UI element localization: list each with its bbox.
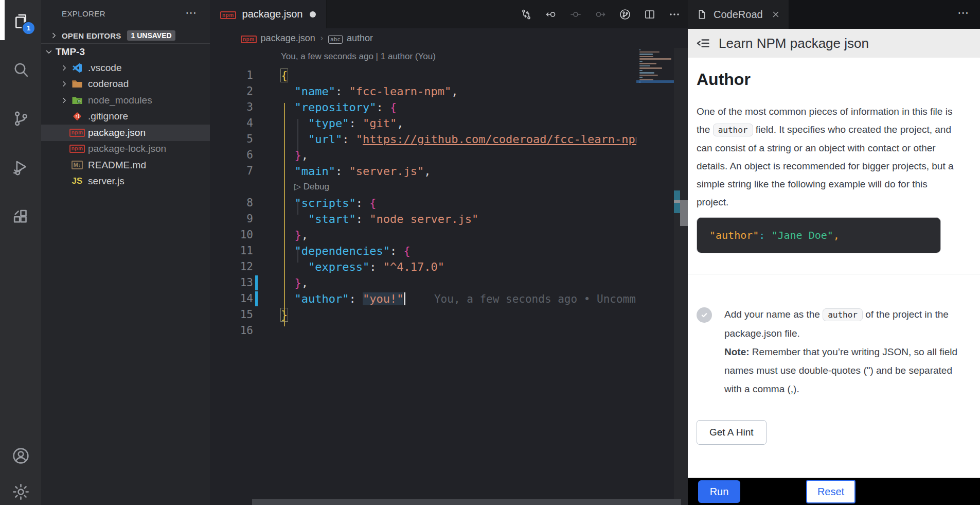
breadcrumb-symbol-author[interactable]: abc author bbox=[328, 33, 373, 44]
debug-codelens[interactable]: ▷ Debug bbox=[294, 181, 329, 192]
npm-icon: npm bbox=[70, 143, 84, 155]
tree-item-README.md[interactable]: M↓README.md bbox=[41, 157, 210, 173]
codelens-authors[interactable]: You, a few seconds ago | 1 author (You) bbox=[281, 51, 436, 62]
settings-icon bbox=[11, 482, 30, 501]
reset-button[interactable]: Reset bbox=[806, 480, 856, 503]
git-icon bbox=[70, 110, 84, 123]
panel-more-actions[interactable]: ⋯ bbox=[957, 6, 969, 20]
open-editors-label: OPEN EDITORS bbox=[62, 31, 121, 40]
code-line[interactable]: 11 "dependencies": { bbox=[210, 243, 636, 259]
explorer-sidebar: EXPLORER ⋯ OPEN EDITORS 1 UNSAVED TMP-3 … bbox=[41, 0, 210, 505]
line-content: "dependencies": { bbox=[281, 243, 411, 259]
activity-search-button[interactable] bbox=[0, 49, 41, 90]
line-content: "start": "node server.js" bbox=[281, 211, 478, 227]
account-icon bbox=[11, 446, 30, 465]
tree-item-server.js[interactable]: JSserver.js bbox=[41, 173, 210, 190]
search-icon bbox=[11, 60, 30, 79]
unsaved-dot-icon[interactable] bbox=[310, 11, 316, 18]
code-line[interactable]: 9 "start": "node server.js" bbox=[210, 211, 636, 227]
breadcrumb-separator: › bbox=[320, 33, 323, 43]
code-lines[interactable]: 1{2 "name": "fcc-learn-npm",3 "repositor… bbox=[210, 67, 636, 339]
code-line[interactable]: 8 "scripts": { bbox=[210, 195, 636, 211]
activity-settings-button[interactable] bbox=[0, 472, 41, 505]
line-number: 13 bbox=[210, 275, 253, 291]
line-content: "author": "you!"You, a few seconds ago •… bbox=[281, 291, 636, 307]
split-editor-icon[interactable] bbox=[644, 8, 656, 21]
activity-run-debug-button[interactable] bbox=[0, 147, 41, 187]
bracket-guide bbox=[284, 103, 285, 326]
code-line[interactable]: 12 "express": "^4.17.0" bbox=[210, 259, 636, 275]
tree-item-package.json[interactable]: npmpackage.json bbox=[41, 125, 210, 141]
code-line[interactable]: 16 bbox=[210, 323, 636, 339]
activity-extensions-button[interactable] bbox=[0, 196, 41, 236]
inline-blame: You, a few seconds ago • Uncomm bbox=[434, 293, 636, 305]
document-icon bbox=[696, 9, 707, 20]
tree-item-label: .vscode bbox=[88, 62, 121, 74]
chevron-down-icon bbox=[44, 47, 54, 57]
workspace-root-tmp-3[interactable]: TMP-3 bbox=[41, 44, 210, 60]
chevron-right-icon bbox=[58, 96, 70, 105]
code-line[interactable]: 5 "url": "https://github.com/coderoad/fc… bbox=[210, 131, 636, 147]
vscode-icon bbox=[70, 62, 84, 74]
line-number: 16 bbox=[210, 323, 253, 339]
tree-item-label: README.md bbox=[88, 160, 146, 171]
ellipsis-icon[interactable] bbox=[668, 8, 681, 21]
code-line[interactable]: 4 "type": "git", bbox=[210, 115, 636, 131]
activity-account-button[interactable] bbox=[0, 436, 41, 476]
code-area[interactable]: You, a few seconds ago | 1 author (You) … bbox=[210, 48, 688, 505]
code-line[interactable]: 7 "main": "server.js", bbox=[210, 163, 636, 179]
tutorial-title: Learn NPM package json bbox=[719, 36, 869, 51]
code-line[interactable]: 6 }, bbox=[210, 147, 636, 163]
task-text: Add your name as the author of the proje… bbox=[724, 305, 962, 398]
chevron-right-icon bbox=[58, 63, 70, 73]
horizontal-scrollbar[interactable] bbox=[252, 499, 681, 505]
code-line[interactable]: 3 "repository": { bbox=[210, 99, 636, 115]
tree-item-.gitignore[interactable]: .gitignore bbox=[41, 109, 210, 125]
open-editors-section[interactable]: OPEN EDITORS 1 UNSAVED bbox=[41, 28, 210, 44]
get-a-hint-button[interactable]: Get A Hint bbox=[697, 420, 767, 445]
coderoad-footer: Run Reset bbox=[688, 478, 980, 505]
prev-change-icon[interactable] bbox=[545, 8, 557, 21]
inline-code-chip: author bbox=[713, 124, 753, 136]
modified-line-marker bbox=[255, 275, 258, 290]
scrollbar-thumb[interactable] bbox=[680, 200, 688, 226]
indent-guide bbox=[297, 247, 298, 263]
run-circle-icon[interactable] bbox=[619, 8, 631, 21]
text-cursor bbox=[404, 292, 405, 305]
code-line[interactable]: 10 }, bbox=[210, 227, 636, 243]
minimap-current-line bbox=[636, 80, 674, 83]
next-change-icon[interactable] bbox=[594, 8, 607, 21]
code-line[interactable]: 1{ bbox=[210, 67, 636, 83]
js-icon: JS bbox=[70, 175, 84, 187]
code-line[interactable]: 13 }, bbox=[210, 275, 636, 291]
change-dot-icon[interactable] bbox=[569, 8, 582, 21]
task-item: Add your name as the author of the proje… bbox=[697, 305, 970, 398]
tree-item-.vscode[interactable]: .vscode bbox=[41, 60, 210, 76]
coderoad-tab-label: CodeRoad bbox=[714, 9, 763, 21]
close-icon[interactable] bbox=[771, 10, 780, 19]
line-number: 10 bbox=[210, 227, 253, 243]
explorer-more-actions[interactable]: ⋯ bbox=[185, 6, 197, 20]
editor-scrollbar[interactable] bbox=[674, 48, 688, 505]
coderoad-panel: CodeRoad ⋯ Learn NPM package json Author… bbox=[688, 0, 980, 505]
tab-coderoad[interactable]: CodeRoad bbox=[688, 0, 789, 29]
tab-package-json[interactable]: npm package.json bbox=[210, 0, 327, 28]
minimap[interactable] bbox=[636, 48, 674, 505]
breadcrumb-file[interactable]: npm package.json bbox=[241, 33, 315, 44]
editor-group: npm package.json npm package.json › abc … bbox=[210, 0, 688, 505]
line-number: 3 bbox=[210, 99, 253, 115]
indent-guide bbox=[297, 199, 298, 215]
tree-item-coderoad[interactable]: coderoad bbox=[41, 76, 210, 93]
activity-source-control-button[interactable] bbox=[0, 98, 41, 138]
git-compare-icon[interactable] bbox=[520, 8, 532, 21]
index-menu-icon[interactable] bbox=[696, 36, 710, 50]
code-line[interactable]: 14 "author": "you!"You, a few seconds ag… bbox=[210, 291, 636, 307]
tree-item-node_modules[interactable]: JSnode_modules bbox=[41, 92, 210, 109]
run-button[interactable]: Run bbox=[698, 480, 740, 503]
activity-files-button[interactable]: 1 bbox=[0, 1, 41, 41]
code-line[interactable]: 15} bbox=[210, 307, 636, 323]
line-content: "repository": { bbox=[281, 99, 397, 115]
code-line[interactable]: 2 "name": "fcc-learn-npm", bbox=[210, 83, 636, 99]
folder-icon bbox=[70, 78, 84, 90]
tree-item-package-lock.json[interactable]: npmpackage-lock.json bbox=[41, 141, 210, 158]
